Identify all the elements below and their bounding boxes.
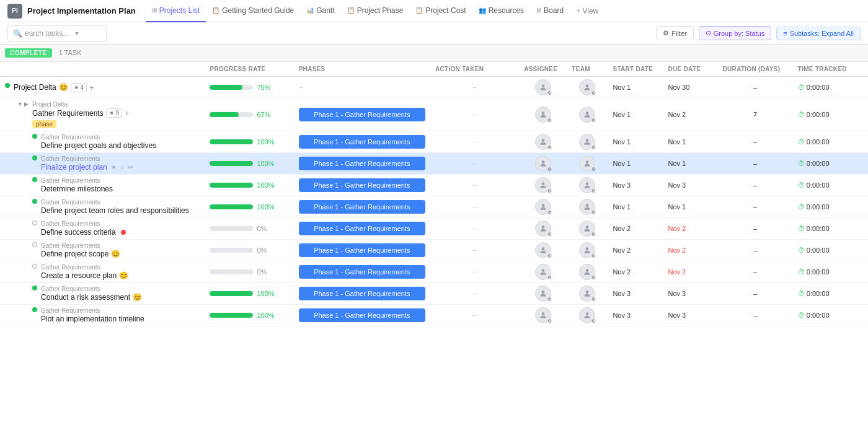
group-by-icon: ⊙ xyxy=(706,29,711,37)
table-row[interactable]: Gather Requirements Determine milestones… xyxy=(0,175,868,196)
link-icon[interactable]: ○ xyxy=(120,164,125,171)
task-meta: phase xyxy=(32,119,200,128)
svg-point-7 xyxy=(586,160,589,164)
edit-icon[interactable]: ✏ xyxy=(128,164,133,172)
tab-gantt[interactable]: 📊 Gantt xyxy=(300,0,340,22)
table-row[interactable]: Gather Requirements Create a resource pl… xyxy=(0,261,868,283)
task-name-cell: Gather Requirements Define project goals… xyxy=(0,131,205,153)
subtasks-icon: ≡ xyxy=(783,30,787,37)
progress-bar-bg xyxy=(210,226,253,231)
add-subtask-button[interactable]: + xyxy=(89,83,94,92)
gear-icon2: ⚙ xyxy=(591,210,596,216)
team-cell: ⚙ xyxy=(567,131,608,153)
subtasks-button[interactable]: ≡ Subtasks: Expand All xyxy=(776,27,861,40)
table-row[interactable]: Gather Requirements Conduct a risk asses… xyxy=(0,283,868,305)
svg-point-11 xyxy=(586,204,589,207)
progress-label: 0% xyxy=(257,225,267,232)
phase-badge: Phase 1 - Gather Requirements xyxy=(299,200,425,214)
phase-dash: – xyxy=(299,83,303,92)
clock-icon: ⏱ xyxy=(798,111,805,118)
add-view-button[interactable]: + View xyxy=(570,7,604,15)
duration-cell: – xyxy=(718,175,793,196)
phase-cell: Phase 1 - Gather Requirements xyxy=(294,240,430,261)
progress-cell: 0% xyxy=(205,240,293,261)
task-name: Define project team roles and responsibi… xyxy=(41,206,200,215)
table-row[interactable]: Gather Requirements Plot an implementati… xyxy=(0,305,868,326)
subtask-count[interactable]: ⁕ 4 xyxy=(71,83,87,92)
table-row[interactable]: Gather Requirements Define project scope… xyxy=(0,240,868,261)
team-avatar: ⚙ xyxy=(579,155,595,172)
progress-label: 75% xyxy=(257,84,270,91)
progress-wrap: 67% xyxy=(210,111,288,118)
clock-icon: ⏱ xyxy=(798,225,805,232)
assignee-cell: ⚙ xyxy=(519,196,567,218)
clock-icon: ⏱ xyxy=(798,181,805,189)
tab-project-cost[interactable]: 📋 Project Cost xyxy=(409,0,472,22)
subtask-count[interactable]: ⁕ 9 xyxy=(106,108,122,118)
assignee-cell: ⚙ xyxy=(519,131,567,153)
collapse-arrow2[interactable]: ▶ xyxy=(24,101,29,107)
gear-icon: ⚙ xyxy=(547,253,552,259)
group-by-button[interactable]: ⊙ Group by: Status xyxy=(699,26,772,40)
table-row[interactable]: Project Delta😊⁕ 4+ 75% – – ⚙ xyxy=(0,77,868,98)
due-date-cell: Nov 2 xyxy=(663,218,717,240)
gear-icon2: ⚙ xyxy=(591,232,596,237)
subtask-icon[interactable]: ⁕ xyxy=(111,164,117,172)
table-row[interactable]: ▼ ▶ Project Delta Gather Requirements⁕ 9… xyxy=(0,98,868,131)
assignee-cell: ⚙ xyxy=(519,175,567,196)
filter-button[interactable]: ⚙ Filter xyxy=(656,26,693,40)
due-date-cell: Nov 30 xyxy=(663,77,717,98)
phase-cell: Phase 1 - Gather Requirements xyxy=(294,175,430,196)
assignee-cell: ⚙ xyxy=(519,240,567,261)
tab-label-gantt: Gantt xyxy=(316,6,334,15)
status-dot xyxy=(32,155,37,160)
search-box[interactable]: 🔍 earch tasks... ▼ xyxy=(7,25,107,41)
team-cell: ⚙ xyxy=(567,153,608,175)
tab-resources[interactable]: 👥 Resources xyxy=(472,0,530,22)
tab-project-phase[interactable]: 📋 Project Phase xyxy=(341,0,410,22)
col-header-phase: PHASES xyxy=(294,62,430,77)
status-dot xyxy=(32,242,37,247)
progress-cell: 100% xyxy=(205,175,293,196)
tab-label-project-cost: Project Cost xyxy=(425,6,466,15)
task-name: Create a resource plan😊 xyxy=(41,271,200,280)
duration-cell: – xyxy=(718,283,793,305)
start-date-cell: Nov 3 xyxy=(608,305,663,326)
phase-badge: Phase 1 - Gather Requirements xyxy=(299,287,425,300)
table-row[interactable]: Gather Requirements Finalize project pla… xyxy=(0,153,868,175)
filter-icon: ⚙ xyxy=(663,29,669,37)
time-tracked-cell: ⏱ 0:00:00 xyxy=(793,218,868,240)
progress-wrap: 100% xyxy=(210,290,288,297)
task-name-cell: Gather Requirements Determine milestones xyxy=(0,175,205,196)
task-breadcrumb: Gather Requirements xyxy=(41,286,200,292)
tab-getting-started[interactable]: 📋 Getting Started Guide xyxy=(206,0,300,22)
gear-icon2: ⚙ xyxy=(591,318,596,324)
progress-bar-bg xyxy=(210,139,253,144)
action-cell: – xyxy=(430,98,519,131)
progress-wrap: 100% xyxy=(210,203,288,211)
gear-icon2: ⚙ xyxy=(591,145,596,150)
svg-point-12 xyxy=(541,225,544,229)
svg-point-8 xyxy=(541,182,544,185)
phase-badge: Phase 1 - Gather Requirements xyxy=(299,178,425,192)
svg-point-5 xyxy=(586,139,589,142)
time-tracked-cell: ⏱ 0:00:00 xyxy=(793,153,868,175)
start-date-cell: Nov 3 xyxy=(608,283,663,305)
team-cell: ⚙ xyxy=(567,77,608,98)
tab-icon-resources: 👥 xyxy=(479,7,486,14)
collapse-arrow[interactable]: ▼ xyxy=(17,101,23,107)
svg-point-9 xyxy=(586,182,589,185)
tab-board[interactable]: ⊞ Board xyxy=(530,0,570,22)
table-row[interactable]: Gather Requirements Define success crite… xyxy=(0,218,868,240)
progress-cell: 75% xyxy=(205,77,293,98)
add-subtask-button[interactable]: + xyxy=(125,108,130,118)
gear-icon2: ⚙ xyxy=(591,167,596,172)
gear-icon2: ⚙ xyxy=(591,253,596,259)
time-value: 0:00:00 xyxy=(807,160,830,167)
table-row[interactable]: Gather Requirements Define project team … xyxy=(0,196,868,218)
action-cell: – xyxy=(430,131,519,153)
table-row[interactable]: Gather Requirements Define project goals… xyxy=(0,131,868,153)
tab-projects-list[interactable]: ⊞ Projects List xyxy=(146,0,206,22)
svg-point-6 xyxy=(541,160,544,164)
clock-icon: ⏱ xyxy=(798,290,805,297)
